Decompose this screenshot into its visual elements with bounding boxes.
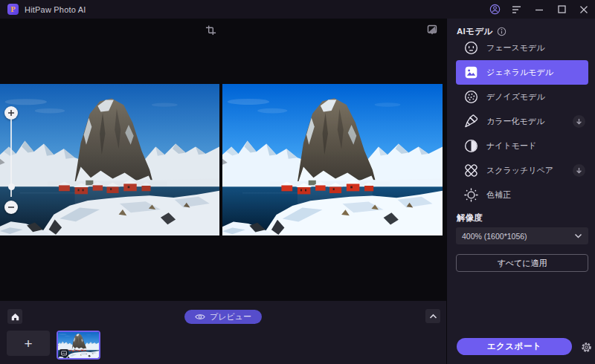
crop-button[interactable] bbox=[205, 25, 217, 36]
home-icon bbox=[10, 312, 20, 322]
sidebar-item-colorize-model[interactable]: カラー化モデル bbox=[456, 109, 588, 134]
resolution-value: 400% (1600*1056) bbox=[462, 232, 574, 241]
scratch-repair-icon bbox=[463, 163, 479, 178]
sidebar-item-label: ナイトモード bbox=[486, 140, 536, 152]
apply-all-button[interactable]: すべてに適用 bbox=[456, 254, 588, 272]
bottom-toolbar: プレビュー + bbox=[0, 301, 446, 364]
menu-button[interactable] bbox=[506, 0, 528, 19]
sidebar: AIモデル フェースモデル bbox=[446, 19, 595, 364]
minus-icon bbox=[7, 204, 15, 211]
night-mode-icon bbox=[463, 138, 479, 154]
image-thumbnail[interactable] bbox=[57, 331, 100, 360]
general-model-icon bbox=[463, 65, 479, 80]
zoom-in-button[interactable] bbox=[4, 106, 18, 120]
sidebar-item-scratch-repair[interactable]: スクラッチリペア bbox=[456, 158, 588, 183]
sidebar-item-label: フェースモデル bbox=[486, 42, 545, 53]
home-button[interactable] bbox=[7, 309, 22, 324]
gear-icon bbox=[580, 341, 593, 354]
sidebar-item-label: 色補正 bbox=[486, 189, 511, 201]
download-arrow-icon bbox=[576, 167, 582, 175]
resolution-select[interactable]: 400% (1600*1056) bbox=[456, 227, 588, 244]
sidebar-item-label: ジェネラルモデル bbox=[486, 67, 553, 78]
image-before[interactable] bbox=[0, 84, 219, 235]
compare-icon bbox=[427, 25, 437, 35]
maximize-icon bbox=[558, 5, 566, 13]
sidebar-item-color-correction[interactable]: 色補正 bbox=[456, 183, 588, 207]
editor-canvas bbox=[0, 19, 446, 301]
chevron-up-icon bbox=[429, 313, 437, 319]
zoom-slider bbox=[4, 106, 19, 214]
chevron-down-icon bbox=[574, 233, 582, 238]
apply-all-label: すべてに適用 bbox=[497, 258, 547, 269]
collapse-button[interactable] bbox=[425, 309, 440, 323]
sidebar-item-label: カラー化モデル bbox=[486, 116, 544, 127]
zoom-handle[interactable] bbox=[8, 183, 15, 190]
face-model-icon bbox=[463, 40, 479, 56]
image-icon bbox=[61, 351, 67, 356]
sidebar-item-general-model[interactable]: ジェネラルモデル bbox=[456, 60, 588, 85]
app-logo: P bbox=[7, 4, 19, 15]
export-label: エクスポート bbox=[487, 341, 541, 352]
account-icon bbox=[489, 3, 501, 16]
settings-button[interactable] bbox=[579, 340, 593, 354]
image-type-badge bbox=[60, 349, 68, 357]
crop-icon bbox=[205, 25, 216, 36]
denoise-model-icon bbox=[463, 89, 479, 105]
color-correction-icon bbox=[463, 187, 479, 203]
colorize-model-icon bbox=[463, 114, 479, 129]
sidebar-item-face-model[interactable]: フェースモデル bbox=[456, 36, 588, 60]
download-arrow-icon bbox=[576, 118, 582, 126]
close-icon bbox=[579, 5, 588, 14]
export-button[interactable]: エクスポート bbox=[457, 338, 572, 355]
compare-button[interactable] bbox=[427, 25, 439, 36]
preview-label: プレビュー bbox=[210, 311, 251, 322]
window-controls bbox=[483, 0, 595, 19]
account-button[interactable] bbox=[483, 0, 506, 19]
sidebar-item-label: スクラッチリペア bbox=[486, 165, 553, 176]
titlebar: P HitPaw Photo AI bbox=[0, 0, 595, 19]
plus-icon: + bbox=[24, 337, 32, 351]
sidebar-item-denoise-model[interactable]: デノイズモデル bbox=[456, 85, 588, 109]
hitpaw-photo-ai-window: P HitPaw Photo AI bbox=[0, 0, 595, 364]
resolution-title: 解像度 bbox=[457, 212, 483, 224]
minimize-button[interactable] bbox=[528, 0, 550, 19]
sidebar-item-label: デノイズモデル bbox=[486, 91, 545, 103]
menu-icon bbox=[512, 5, 522, 14]
maximize-button[interactable] bbox=[550, 0, 573, 19]
download-button[interactable] bbox=[573, 115, 585, 128]
preview-button[interactable]: プレビュー bbox=[184, 310, 262, 324]
minimize-icon bbox=[535, 5, 544, 14]
image-after[interactable] bbox=[222, 84, 443, 235]
close-button[interactable] bbox=[573, 0, 595, 19]
eye-icon bbox=[195, 313, 205, 321]
plus-icon bbox=[7, 109, 15, 117]
app-title: HitPaw Photo AI bbox=[25, 5, 86, 14]
download-button[interactable] bbox=[573, 164, 585, 177]
model-list: フェースモデル ジェネラルモデル デノイズモデル bbox=[456, 36, 588, 207]
add-image-button[interactable]: + bbox=[7, 331, 50, 356]
zoom-out-button[interactable] bbox=[4, 201, 18, 214]
sidebar-item-night-mode[interactable]: ナイトモード bbox=[456, 134, 588, 158]
